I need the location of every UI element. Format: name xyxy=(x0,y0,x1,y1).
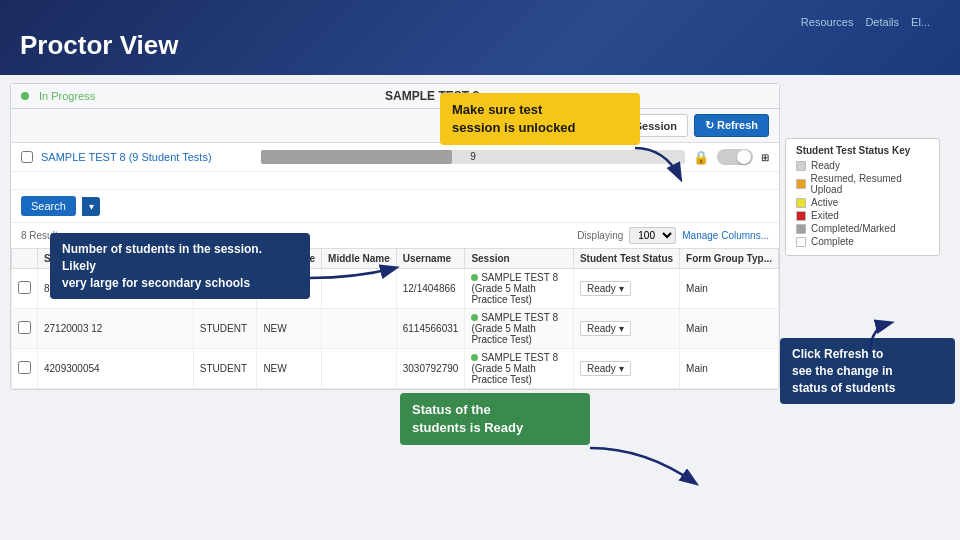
row-username: 6114566031 xyxy=(396,309,465,349)
row-form: Main xyxy=(680,269,779,309)
page-title: Proctor View xyxy=(20,30,940,67)
callout-status-ready: Status of the students is Ready xyxy=(400,393,590,445)
status-dot xyxy=(21,92,29,100)
arrow-number xyxy=(305,258,405,288)
displaying-label: Displaying xyxy=(577,230,623,241)
status-key-item-label: Resumed, Resumed Upload xyxy=(811,173,929,195)
row-checkbox[interactable] xyxy=(18,281,31,294)
row-form: Main xyxy=(680,349,779,389)
row-first: NEW xyxy=(257,309,322,349)
search-section: Search ▾ xyxy=(11,190,779,223)
search-button[interactable]: Search xyxy=(21,196,76,216)
status-key-item: Ready xyxy=(796,160,929,171)
row-session: SAMPLE TEST 8 (Grade 5 Math Practice Tes… xyxy=(465,349,574,389)
col-session: Session xyxy=(465,249,574,269)
row-middle xyxy=(322,349,397,389)
col-status: Student Test Status xyxy=(573,249,679,269)
row-last: STUDENT xyxy=(193,309,257,349)
lock-icon: 🔒 xyxy=(693,150,709,165)
ready-badge[interactable]: Ready ▾ xyxy=(580,361,631,376)
status-color-swatch xyxy=(796,237,806,247)
search-button-label: Search xyxy=(31,200,66,212)
in-progress-label: In Progress xyxy=(39,90,95,102)
ready-badge[interactable]: Ready ▾ xyxy=(580,281,631,296)
row-status: Ready ▾ xyxy=(573,309,679,349)
status-caret: ▾ xyxy=(619,283,624,294)
ready-badge[interactable]: Ready ▾ xyxy=(580,321,631,336)
status-key-item-label: Completed/Marked xyxy=(811,223,895,234)
search-caret-button[interactable]: ▾ xyxy=(82,197,100,216)
status-key-item: Resumed, Resumed Upload xyxy=(796,173,929,195)
displaying-controls: Displaying 100 50 25 Manage Columns... xyxy=(577,227,769,244)
session-dot xyxy=(471,314,478,321)
row-checkbox-cell xyxy=(12,349,38,389)
arrow-refresh xyxy=(840,318,900,358)
row-form: Main xyxy=(680,309,779,349)
row-first: NEW xyxy=(257,349,322,389)
status-caret: ▾ xyxy=(619,323,624,334)
callout-number-students-text: Number of students in the session. Likel… xyxy=(62,242,262,290)
row-username: 3030792790 xyxy=(396,349,465,389)
row-checkbox-cell xyxy=(12,309,38,349)
session-dot xyxy=(471,354,478,361)
row-checkbox-cell xyxy=(12,269,38,309)
panel-header: In Progress SAMPLE TEST 8 xyxy=(11,84,779,109)
status-key-panel: Student Test Status Key ReadyResumed, Re… xyxy=(785,138,940,256)
refresh-button[interactable]: ↻ Refresh xyxy=(694,114,769,137)
arrow-make-sure xyxy=(625,143,685,183)
callout-make-sure: Make sure test session is unlocked xyxy=(440,93,640,145)
status-color-swatch xyxy=(796,211,806,221)
expand-icon[interactable]: ⊞ xyxy=(761,152,769,163)
table-row: 27120003 12STUDENTNEW6114566031 SAMPLE T… xyxy=(12,309,779,349)
status-key-item-label: Exited xyxy=(811,210,839,221)
callout-number-students: Number of students in the session. Likel… xyxy=(50,233,310,299)
edit-link[interactable]: El... xyxy=(911,16,930,28)
row-id: 4209300054 xyxy=(38,349,194,389)
main-content: In Progress SAMPLE TEST 8 Stop Session ↻… xyxy=(0,75,960,540)
details-link[interactable]: Details xyxy=(865,16,899,28)
status-key-item: Complete xyxy=(796,236,929,247)
toolbar: Stop Session ↻ Refresh xyxy=(11,109,779,143)
row-session: SAMPLE TEST 8 (Grade 5 Math Practice Tes… xyxy=(465,309,574,349)
resources-link[interactable]: Resources xyxy=(801,16,854,28)
col-checkbox xyxy=(12,249,38,269)
status-color-swatch xyxy=(796,224,806,234)
row-session: SAMPLE TEST 8 (Grade 5 Math Practice Tes… xyxy=(465,269,574,309)
callout-status-ready-text: Status of the students is Ready xyxy=(412,402,523,435)
row-username: 12/1404866 xyxy=(396,269,465,309)
status-key-item: Exited xyxy=(796,210,929,221)
status-key-item: Active xyxy=(796,197,929,208)
row-checkbox[interactable] xyxy=(18,361,31,374)
row-status: Ready ▾ xyxy=(573,349,679,389)
status-key-item-label: Active xyxy=(811,197,838,208)
toggle-switch[interactable] xyxy=(717,149,753,165)
status-key-item-label: Ready xyxy=(811,160,840,171)
status-color-swatch xyxy=(796,179,806,189)
status-key-items: ReadyResumed, Resumed UploadActiveExited… xyxy=(796,160,929,247)
status-key-title: Student Test Status Key xyxy=(796,145,929,156)
manage-columns-link[interactable]: Manage Columns... xyxy=(682,230,769,241)
top-nav: Resources Details El... xyxy=(20,14,940,30)
row-id: 27120003 12 xyxy=(38,309,194,349)
status-key-item: Completed/Marked xyxy=(796,223,929,234)
row-checkbox[interactable] xyxy=(18,321,31,334)
row-middle xyxy=(322,309,397,349)
col-form: Form Group Typ... xyxy=(680,249,779,269)
progress-bar: 9 xyxy=(261,150,685,164)
content-wrapper: In Progress SAMPLE TEST 8 Stop Session ↻… xyxy=(10,83,950,390)
col-username: Username xyxy=(396,249,465,269)
status-color-swatch xyxy=(796,198,806,208)
table-row: 4209300054STUDENTNEW3030792790 SAMPLE TE… xyxy=(12,349,779,389)
arrow-status xyxy=(585,443,705,493)
progress-number: 9 xyxy=(470,150,476,164)
session-checkbox[interactable] xyxy=(21,151,33,163)
page-size-select[interactable]: 100 50 25 xyxy=(629,227,676,244)
status-key-item-label: Complete xyxy=(811,236,854,247)
progress-bar-fill xyxy=(261,150,452,164)
status-color-swatch xyxy=(796,161,806,171)
page-header: Resources Details El... Proctor View xyxy=(0,0,960,75)
callout-make-sure-text: Make sure test session is unlocked xyxy=(452,102,576,135)
session-dot xyxy=(471,274,478,281)
status-caret: ▾ xyxy=(619,363,624,374)
row-status: Ready ▾ xyxy=(573,269,679,309)
